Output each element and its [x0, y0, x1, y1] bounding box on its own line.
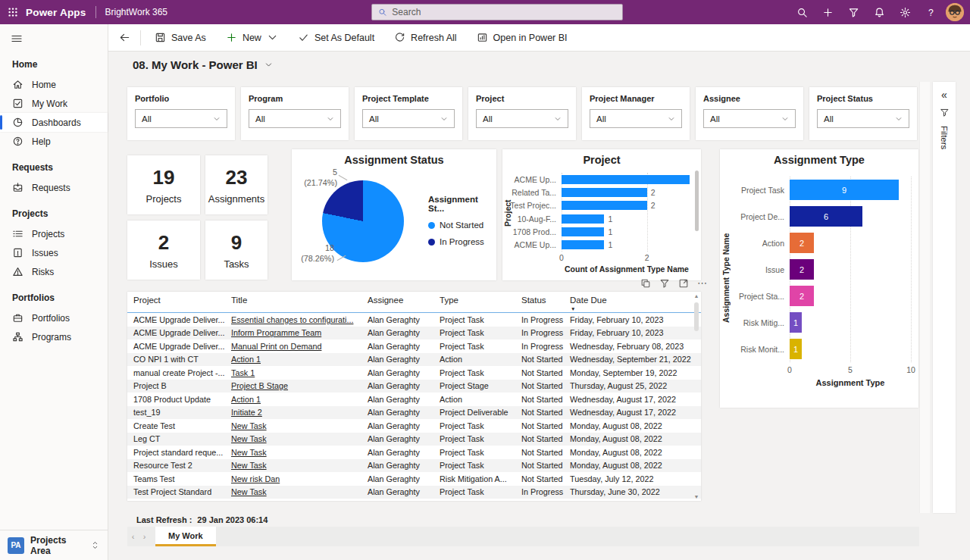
title-link[interactable]: Manual Print on Demand	[231, 342, 321, 351]
title-link[interactable]: New Task	[231, 448, 267, 457]
cell-text: Alan Geraghty	[368, 487, 420, 496]
slicer-assignee-dropdown[interactable]: All	[703, 109, 796, 128]
slicer-project-template-dropdown[interactable]: All	[362, 109, 455, 128]
report-scrollbar-track[interactable]	[919, 82, 930, 513]
area-switcher[interactable]: PA Projects Area	[0, 530, 108, 560]
bar-project-sta[interactable]: 2	[790, 286, 814, 306]
sidebar-item-requests[interactable]: Requests	[0, 178, 108, 197]
bar-risk-mitig[interactable]: 1	[790, 312, 802, 333]
global-search[interactable]	[371, 4, 623, 20]
scroll-up-icon[interactable]: ▲	[692, 293, 701, 299]
bar-project-de[interactable]: 6	[790, 206, 862, 227]
sidebar-item-label: Issues	[32, 248, 58, 258]
title-link[interactable]: Essential changes to configurati...	[231, 315, 353, 324]
bell-icon[interactable]	[874, 7, 885, 18]
help-icon[interactable]: ?	[925, 7, 937, 18]
bar-risk-monit[interactable]: 1	[790, 339, 802, 359]
swap-area-icon[interactable]	[90, 540, 100, 550]
sidebar-item-dashboards[interactable]: Dashboards	[0, 113, 108, 132]
tab-scroll-right-icon[interactable]: ›	[139, 532, 150, 541]
sidebar-item-projects[interactable]: Projects	[0, 224, 108, 243]
page-title-row[interactable]: 08. My Work - Power BI	[133, 58, 273, 71]
slicer-value: All	[824, 114, 834, 124]
column-header-status[interactable]: Status	[515, 292, 564, 312]
bar-project-task[interactable]: 9	[790, 180, 899, 200]
title-link[interactable]: New risk Dan	[231, 474, 280, 483]
table-cell: Risk Mitigation A...	[433, 472, 515, 486]
gear-icon[interactable]	[900, 7, 911, 18]
kpi-label: Projects	[146, 193, 182, 205]
filter-icon[interactable]	[659, 278, 670, 289]
refresh-all-button[interactable]: Refresh All	[386, 27, 464, 48]
table-cell: Not Started	[515, 419, 564, 433]
pie-chart[interactable]	[322, 180, 404, 262]
bar-related-ta[interactable]	[562, 188, 647, 197]
new-button[interactable]: New	[218, 27, 286, 48]
expand-filters-icon[interactable]: «	[941, 90, 947, 99]
title-link[interactable]: Project B Stage	[231, 381, 288, 390]
search-icon[interactable]	[796, 7, 808, 18]
copy-icon[interactable]	[640, 278, 651, 289]
column-header-title[interactable]: Title	[225, 292, 361, 312]
focus-icon[interactable]	[678, 278, 689, 289]
org-icon	[12, 331, 23, 343]
title-link[interactable]: New Task	[231, 434, 267, 443]
more-options-icon[interactable]: ⋯	[697, 280, 707, 287]
cell-text: Project Task	[440, 342, 484, 351]
slicer-project-manager-dropdown[interactable]: All	[590, 109, 682, 128]
sidebar-item-home[interactable]: Home	[0, 75, 108, 94]
bar-10-aug-f[interactable]	[562, 214, 604, 224]
title-link[interactable]: New Task	[231, 421, 267, 430]
scroll-down-icon[interactable]: ▼	[692, 494, 701, 499]
save-as-button[interactable]: Save As	[147, 27, 214, 48]
tab-my-work[interactable]: My Work	[155, 527, 216, 546]
title-link[interactable]: Action 1	[231, 395, 261, 404]
title-link[interactable]: New Task	[231, 487, 267, 496]
slicer-project-dropdown[interactable]: All	[476, 109, 568, 128]
bar-test-projec[interactable]	[562, 201, 647, 210]
add-icon[interactable]	[822, 7, 834, 18]
bar-acme-up[interactable]	[562, 240, 604, 249]
column-header-date-due[interactable]: Date Due▼	[564, 292, 692, 312]
chart-scrollbar[interactable]	[695, 171, 699, 231]
save-icon	[155, 32, 166, 43]
environment-name[interactable]: BrightWork 365	[105, 7, 167, 17]
sidebar-item-programs[interactable]: Programs	[0, 327, 108, 346]
column-header-assignee[interactable]: Assignee	[361, 292, 433, 312]
back-button[interactable]	[114, 28, 134, 48]
sidebar-item-issues[interactable]: Issues	[0, 243, 108, 262]
column-header-project[interactable]: Project	[127, 292, 225, 312]
title-link[interactable]: Action 1	[231, 355, 261, 364]
slicer-portfolio-dropdown[interactable]: All	[135, 109, 227, 128]
title-link[interactable]: Task 1	[231, 368, 255, 377]
button-label: Refresh All	[411, 33, 456, 43]
slicer-program-dropdown[interactable]: All	[249, 109, 341, 128]
table-scrollbar[interactable]: ▲ ▼	[692, 292, 701, 501]
scroll-thumb[interactable]	[694, 302, 699, 331]
title-link-cell: Task 1	[225, 366, 361, 380]
tab-scroll-left-icon[interactable]: ‹	[127, 532, 139, 541]
sidebar-item-my-work[interactable]: My Work	[0, 94, 108, 113]
bar-action[interactable]: 2	[790, 233, 814, 253]
title-link[interactable]: Inform Programme Team	[231, 328, 321, 337]
filter-icon[interactable]	[848, 7, 859, 18]
sidebar-item-risks[interactable]: Risks	[0, 262, 108, 281]
cell-text: Wednesday, September 21, 2022	[570, 355, 691, 364]
slicer-project-status-dropdown[interactable]: All	[817, 109, 909, 128]
bar-acme-up[interactable]	[562, 175, 690, 184]
title-link[interactable]: Initiate 2	[231, 408, 262, 417]
set-as-default-button[interactable]: Set As Default	[290, 27, 382, 48]
bar-issue[interactable]: 2	[790, 259, 814, 280]
app-name[interactable]: Power Apps	[26, 7, 86, 18]
search-input[interactable]	[392, 7, 616, 17]
open-in-power-bi-button[interactable]: Open in Power BI	[469, 27, 575, 48]
sidebar-item-portfolios[interactable]: Portfolios	[0, 308, 108, 327]
avatar[interactable]	[946, 3, 964, 21]
sidebar-item-help[interactable]: Help	[0, 132, 108, 151]
bar-1708-prod[interactable]	[562, 227, 604, 236]
hamburger-menu-icon[interactable]	[11, 33, 23, 45]
waffle-menu-icon[interactable]	[0, 0, 26, 24]
cell-text: Friday, February 10, 2023	[570, 315, 663, 324]
title-link[interactable]: New Task	[231, 461, 267, 470]
column-header-type[interactable]: Type	[433, 292, 515, 312]
